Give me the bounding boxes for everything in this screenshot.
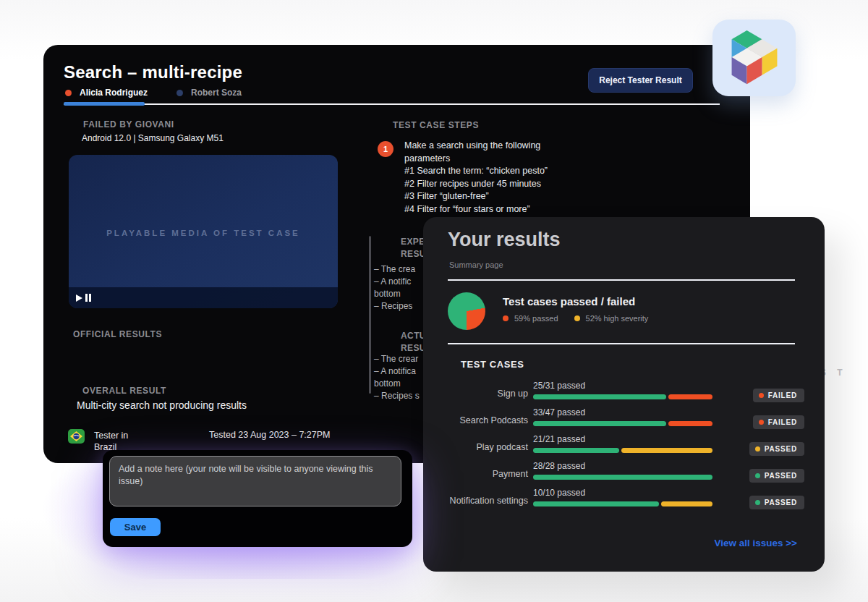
pass-fail-bar bbox=[533, 421, 712, 426]
status-label: PASSED bbox=[765, 499, 797, 506]
app-logo-tile bbox=[712, 20, 796, 96]
failed-segment bbox=[661, 501, 712, 506]
test-cases-heading: TEST CASES bbox=[461, 359, 524, 370]
tab-label: Robert Soza bbox=[191, 88, 242, 98]
overall-result-value: Multi-city search not producing results bbox=[77, 399, 247, 411]
status-dot-icon bbox=[755, 500, 760, 505]
failed-by-label: FAILED BY GIOVANI bbox=[83, 119, 174, 130]
test-case-rows: Sign up25/31 passedFAILEDSearch Podcasts… bbox=[438, 379, 810, 513]
view-all-issues-link[interactable]: View all issues >> bbox=[714, 538, 797, 548]
status-badge: FAILED bbox=[753, 415, 804, 429]
test-case-row: Notification settings10/10 passedPASSED bbox=[438, 486, 810, 506]
status-badge: PASSED bbox=[749, 442, 804, 456]
reject-tester-result-button[interactable]: Reject Tester Result bbox=[588, 68, 693, 93]
official-results-label: OFFICIAL RESULTS bbox=[73, 329, 162, 339]
test-case-row: Play podcast21/21 passedPASSED bbox=[438, 433, 810, 453]
cube-logo-icon bbox=[726, 25, 783, 91]
tester-dot-icon bbox=[176, 90, 183, 96]
test-case-row: Sign up25/31 passedFAILED bbox=[438, 379, 810, 399]
test-case-label: Play podcast bbox=[438, 442, 528, 453]
legend-item: 59% passed bbox=[503, 314, 558, 323]
test-case-media-player[interactable]: PLAYABLE MEDIA OF TEST CASE bbox=[69, 155, 338, 308]
page-title: Search – multi-recipe bbox=[64, 62, 242, 82]
save-button[interactable]: Save bbox=[110, 518, 161, 536]
passed-count: 25/31 passed bbox=[533, 381, 712, 391]
status-dot-icon bbox=[759, 420, 764, 425]
passed-count: 28/28 passed bbox=[533, 461, 712, 471]
status-label: PASSED bbox=[765, 472, 797, 480]
play-icon bbox=[76, 294, 82, 302]
test-case-row: Search Podcasts33/47 passedFAILED bbox=[438, 406, 810, 426]
divider bbox=[448, 343, 795, 344]
test-case-label: Notification settings bbox=[438, 496, 528, 506]
status-badge: PASSED bbox=[749, 496, 804, 509]
tab-track bbox=[64, 103, 720, 105]
page: S T Search – multi-recipe Alicia Rodrigu… bbox=[0, 0, 868, 602]
tab-alicia-rodriguez[interactable]: Alicia Rodriguez bbox=[65, 88, 148, 98]
passed-segment bbox=[533, 501, 659, 506]
tested-date: Tested 23 Aug 2023 – 7:27PM bbox=[209, 430, 331, 440]
status-badge: FAILED bbox=[753, 389, 804, 402]
tester-dot-icon bbox=[65, 90, 72, 96]
tester-tabs: Alicia Rodriguez Robert Soza bbox=[65, 88, 242, 98]
expected-results-text: – The crea – A notific bottom – Recipes bbox=[374, 263, 415, 313]
test-case-steps-label: TEST CASE STEPS bbox=[393, 120, 479, 130]
status-badge: PASSED bbox=[749, 469, 804, 483]
step-instructions: Make a search using the following parame… bbox=[404, 140, 582, 216]
actual-results-text: – The crear – A notifica bottom – Recipe… bbox=[374, 353, 420, 402]
brazil-flag-icon bbox=[68, 429, 85, 444]
status-dot-icon bbox=[755, 446, 760, 452]
passed-segment bbox=[533, 448, 619, 453]
play-pause-icon[interactable] bbox=[76, 294, 91, 302]
divider bbox=[448, 279, 795, 281]
add-note-panel: Save bbox=[103, 450, 412, 547]
results-subtitle: Summary page bbox=[449, 260, 503, 269]
pass-fail-bar bbox=[533, 501, 712, 506]
test-case-label: Sign up bbox=[438, 389, 528, 399]
note-input[interactable] bbox=[109, 456, 401, 506]
media-placeholder-text: PLAYABLE MEDIA OF TEST CASE bbox=[95, 227, 312, 239]
passed-segment bbox=[533, 421, 666, 426]
passed-count: 33/47 passed bbox=[533, 407, 712, 417]
chart-title: Test cases passed / failed bbox=[503, 295, 635, 308]
tab-label: Alicia Rodriguez bbox=[80, 88, 148, 98]
passed-count: 10/10 passed bbox=[533, 488, 712, 498]
media-control-bar bbox=[69, 287, 338, 308]
pause-icon bbox=[85, 294, 91, 302]
failed-segment bbox=[668, 394, 712, 399]
legend-label: 52% high severity bbox=[586, 314, 649, 323]
status-label: FAILED bbox=[768, 418, 797, 426]
test-case-row: Payment28/28 passedPASSED bbox=[438, 459, 810, 480]
status-dot-icon bbox=[755, 473, 760, 478]
results-section-divider bbox=[369, 236, 371, 394]
failed-segment bbox=[621, 448, 712, 453]
passed-segment bbox=[533, 394, 666, 399]
status-label: PASSED bbox=[765, 445, 797, 453]
step-number-badge: 1 bbox=[378, 141, 393, 157]
pass-fail-bar bbox=[533, 394, 712, 399]
legend-label: 59% passed bbox=[514, 314, 558, 323]
results-title: Your results bbox=[448, 229, 561, 251]
pass-fail-pie-chart bbox=[448, 292, 485, 330]
pass-fail-bar bbox=[533, 475, 712, 480]
your-results-panel: Your results Summary page Test cases pas… bbox=[423, 217, 825, 572]
tab-underline bbox=[64, 102, 740, 106]
pass-fail-bar bbox=[533, 448, 712, 453]
chart-legend: 59% passed52% high severity bbox=[503, 314, 648, 323]
failed-segment bbox=[668, 421, 712, 426]
test-case-label: Payment bbox=[438, 469, 528, 480]
passed-segment bbox=[533, 475, 712, 480]
tab-robert-soza[interactable]: Robert Soza bbox=[176, 88, 242, 98]
legend-dot-icon bbox=[574, 315, 580, 321]
legend-dot-icon bbox=[503, 315, 509, 321]
status-dot-icon bbox=[759, 393, 764, 398]
active-tab-indicator bbox=[64, 102, 145, 106]
legend-item: 52% high severity bbox=[574, 314, 649, 323]
status-label: FAILED bbox=[768, 391, 797, 399]
device-info: Android 12.0 | Samsung Galaxy M51 bbox=[82, 133, 224, 143]
passed-count: 21/21 passed bbox=[533, 434, 712, 444]
overall-result-label: OVERALL RESULT bbox=[82, 386, 166, 396]
test-case-label: Search Podcasts bbox=[438, 415, 528, 426]
